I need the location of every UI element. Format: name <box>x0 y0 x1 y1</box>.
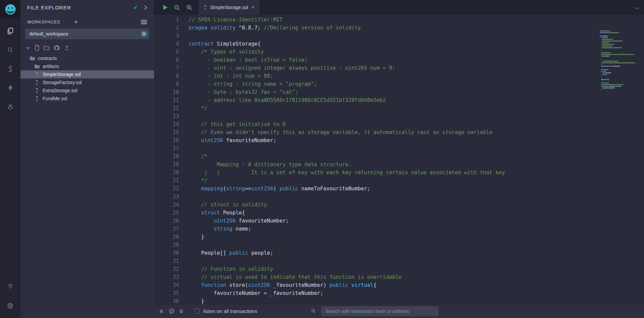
code-line[interactable]: 6 - boolean : bool isTrue = false; <box>154 56 644 64</box>
listen-all-transactions-checkbox[interactable] <box>195 309 200 314</box>
code-line[interactable]: 21 */ <box>154 177 644 185</box>
code-line[interactable]: 15 // Even we didn't specify this as sto… <box>154 128 644 136</box>
line-number: 24 <box>154 201 179 209</box>
upload-file-button[interactable] <box>64 45 70 51</box>
tree-item-contracts[interactable]: contracts <box>20 54 154 62</box>
code-line[interactable]: 13 <box>154 112 644 120</box>
workspaces-menu-button[interactable] <box>141 20 147 24</box>
resize-horizontal-icon[interactable]: ↔ <box>634 4 644 11</box>
code-line[interactable]: 23 <box>154 193 644 201</box>
code-text: | | It is a set of key with each key ret… <box>179 169 505 177</box>
code-text: // this get initialize to 0 <box>179 120 286 128</box>
line-number: 18 <box>154 152 179 161</box>
clear-console-ban-icon[interactable] <box>169 308 175 314</box>
code-line[interactable]: 11 - address like 0xaAD55A9c17811908c0CE… <box>154 96 644 104</box>
listen-all-transactions-label[interactable]: listen on all transactions <box>203 308 257 314</box>
code-text: - address like 0xaAD55A9c17811908c0CE5d5… <box>179 96 386 104</box>
remix-logo[interactable] <box>0 0 20 19</box>
solidity-file-icon <box>34 72 40 77</box>
code-line[interactable]: 33 // virtual is used to indicate that t… <box>154 273 644 281</box>
check-icon[interactable]: ✓ <box>133 4 138 11</box>
settings-gear-icon[interactable] <box>0 298 20 313</box>
code-text: - string : string name = "program"; <box>179 80 317 88</box>
line-number: 15 <box>154 128 179 136</box>
tree-item-artifacts[interactable]: artifacts <box>20 62 154 70</box>
minimap[interactable] <box>600 30 637 90</box>
deploy-run-ethereum-icon[interactable] <box>0 81 20 96</box>
code-line[interactable]: 16 uint256 favouriteNumber; <box>154 136 644 144</box>
chevron-right-icon[interactable] <box>144 5 147 10</box>
workspaces-row: WORKSPACES + <box>20 15 154 24</box>
debugger-bug-icon[interactable] <box>0 100 20 115</box>
code-line[interactable]: 14 // this get initialize to 0 <box>154 120 644 128</box>
code-line[interactable]: 29 <box>154 241 644 249</box>
run-script-play-button[interactable] <box>163 4 168 10</box>
code-line[interactable]: 32 // Function in solidity <box>154 265 644 273</box>
code-line[interactable]: 3 <box>154 32 644 40</box>
code-line[interactable]: 10 - byte : bytes32 fav = "cat"; <box>154 88 644 96</box>
line-number: 10 <box>154 88 179 96</box>
code-line[interactable]: 18 /* <box>154 152 644 161</box>
code-line[interactable]: 34 function store(uint256 _favouriteNumb… <box>154 281 644 289</box>
code-line[interactable]: 20 | | It is a set of key with each key … <box>154 169 644 177</box>
code-text: contract SimpleStorage{ <box>179 40 261 48</box>
transaction-search-input[interactable] <box>321 306 439 316</box>
line-number: 14 <box>154 120 179 128</box>
code-text: - boolean : bool isTrue = false; <box>179 56 308 64</box>
new-folder-button[interactable] <box>44 45 50 51</box>
code-text: - byte : bytes32 fav = "cat"; <box>179 88 298 96</box>
remix-logo-icon <box>4 3 17 16</box>
code-text: /* <box>179 152 207 161</box>
expand-terminal-icon[interactable] <box>159 309 164 314</box>
code-line[interactable]: 28 } <box>154 233 644 241</box>
code-line[interactable]: 2pragma solidity ^0.8.7; //Declaring ver… <box>154 24 644 32</box>
workspace-select[interactable]: default_workspace <box>25 28 149 39</box>
zoom-out-button[interactable] <box>174 4 181 11</box>
code-line[interactable]: 22 mapping(string=>uint256) public nameT… <box>154 185 644 193</box>
solidity-file-icon <box>34 80 40 85</box>
caret-down-icon[interactable] <box>27 47 30 49</box>
zoom-in-button[interactable] <box>186 4 193 11</box>
file-explorer-icon[interactable] <box>0 23 20 38</box>
workspace-globe-badge-icon[interactable] <box>140 30 148 38</box>
code-line[interactable]: 25 struct People{ <box>154 209 644 217</box>
code-line[interactable]: 31 <box>154 257 644 265</box>
terminal-search-icon[interactable] <box>311 308 316 314</box>
tree-item-storagefactory-sol[interactable]: StorageFactory.sol <box>20 78 154 86</box>
code-line[interactable]: 27 string name; <box>154 225 644 233</box>
tree-item-label: StorageFactory.sol <box>43 80 82 85</box>
code-text: struct People{ <box>179 209 245 217</box>
code-line[interactable]: 24 // struct in solidity <box>154 201 644 209</box>
github-icon[interactable] <box>54 45 60 51</box>
close-tab-icon[interactable]: × <box>251 4 254 10</box>
plugin-manager-plug-icon[interactable] <box>0 279 20 294</box>
code-line[interactable]: 35 favouriteNumber = _favouriteNumber; <box>154 289 644 297</box>
tree-item-simplestorage-sol[interactable]: SimpleStorage.sol <box>20 70 154 78</box>
code-line[interactable]: 12 */ <box>154 104 644 112</box>
code-line[interactable]: 26 uint256 favouriteNumber; <box>154 217 644 225</box>
code-line[interactable]: 19 Mapping : A dictionary type data stru… <box>154 161 644 169</box>
new-file-button[interactable] <box>34 45 40 51</box>
tab-simplestorage[interactable]: SimpleStorage.sol × <box>198 0 259 15</box>
code-line[interactable]: 9 - string : string name = "program"; <box>154 80 644 88</box>
code-line[interactable]: 4contract SimpleStorage{ <box>154 40 644 48</box>
line-number: 30 <box>154 249 179 257</box>
code-line[interactable]: 36 } <box>154 297 644 304</box>
code-editor[interactable]: 1// SPDX-License-Identifier:MIT2pragma s… <box>154 15 644 304</box>
add-workspace-button[interactable]: + <box>74 20 78 24</box>
tree-item-extrastorage-sol[interactable]: ExtraStorage.sol <box>20 86 154 94</box>
code-text: */ <box>179 104 207 112</box>
line-number: 13 <box>154 112 179 120</box>
code-lines: 1// SPDX-License-Identifier:MIT2pragma s… <box>154 16 644 304</box>
code-line[interactable]: 5 /* Types of solidity <box>154 48 644 56</box>
remix-ide-window: FILE EXPLORER ✓ WORKSPACES + default_wor… <box>0 0 644 318</box>
search-icon[interactable] <box>0 43 20 57</box>
solidity-compiler-icon[interactable] <box>0 62 20 76</box>
code-line[interactable]: 17 <box>154 144 644 152</box>
line-number: 36 <box>154 297 179 304</box>
code-line[interactable]: 7 - uint : unsigned integer always posit… <box>154 64 644 72</box>
code-line[interactable]: 1// SPDX-License-Identifier:MIT <box>154 16 644 24</box>
code-line[interactable]: 8 - int : int num = 88; <box>154 72 644 80</box>
code-line[interactable]: 30 People[] public people; <box>154 249 644 257</box>
tree-item-fundme-sol[interactable]: FundMe.sol <box>20 94 154 103</box>
